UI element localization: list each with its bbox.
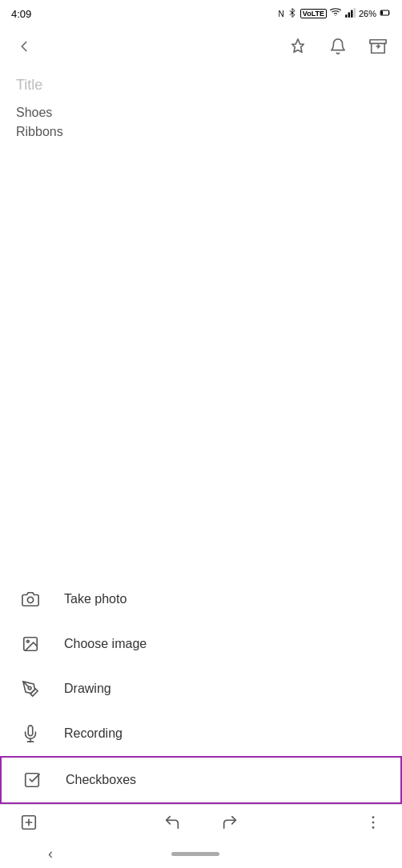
note-content[interactable]: Title ShoesRibbons [0,67,402,151]
redo-button[interactable] [214,806,246,838]
battery-icon [380,7,391,20]
image-icon [19,633,42,655]
take-photo-item[interactable]: Take photo [0,577,402,622]
recording-label: Recording [64,726,123,741]
note-title-placeholder[interactable]: Title [16,77,386,94]
drawing-item[interactable]: Drawing [0,666,402,711]
drawing-label: Drawing [64,682,111,696]
nav-bar: ‹ [0,839,402,868]
pin-button[interactable] [285,34,311,59]
battery-text: 26% [359,9,376,18]
svg-rect-5 [381,11,383,15]
svg-point-9 [27,597,33,602]
volte-icon: VoLTE [300,9,327,18]
more-button[interactable] [357,806,389,838]
svg-rect-15 [26,774,39,787]
mic-icon [19,722,42,745]
note-body[interactable]: ShoesRibbons [16,103,386,142]
svg-rect-1 [348,12,350,17]
add-button[interactable] [13,806,45,838]
drawing-icon [19,678,42,700]
svg-rect-2 [351,10,352,18]
status-time: 4:09 [11,8,31,20]
svg-rect-7 [370,40,386,44]
svg-point-19 [372,816,375,818]
bottom-menu: Take photo Choose image Drawing [0,577,402,804]
svg-point-20 [372,821,375,823]
take-photo-label: Take photo [64,592,127,606]
undo-button[interactable] [156,806,188,838]
reminder-button[interactable] [325,34,351,59]
svg-rect-0 [345,14,347,18]
archive-button[interactable] [365,34,391,59]
camera-icon [19,588,42,610]
nfc-icon: N [279,10,284,18]
choose-image-item[interactable]: Choose image [0,622,402,666]
action-bar-right [285,34,391,59]
choose-image-label: Choose image [64,637,147,651]
nav-back-chevron[interactable]: ‹ [48,846,53,862]
toolbar-center [156,806,246,838]
status-icons: N VoLTE 26% [279,7,391,20]
nav-pill[interactable] [171,852,219,856]
recording-item[interactable]: Recording [0,711,402,756]
svg-rect-3 [354,8,356,18]
checkbox-icon [21,769,43,791]
back-button[interactable] [11,34,37,59]
action-bar [0,26,402,67]
status-bar: 4:09 N VoLTE 26% [0,0,402,26]
svg-point-12 [28,686,31,690]
signal-icon [344,7,356,20]
wifi-icon [330,7,341,20]
bottom-toolbar [0,804,402,839]
svg-point-11 [26,640,29,642]
bluetooth-icon [287,8,297,19]
svg-point-21 [372,826,375,829]
note-body-text: ShoesRibbons [16,106,63,138]
checkboxes-label: Checkboxes [66,773,136,787]
checkboxes-item[interactable]: Checkboxes [0,756,402,804]
